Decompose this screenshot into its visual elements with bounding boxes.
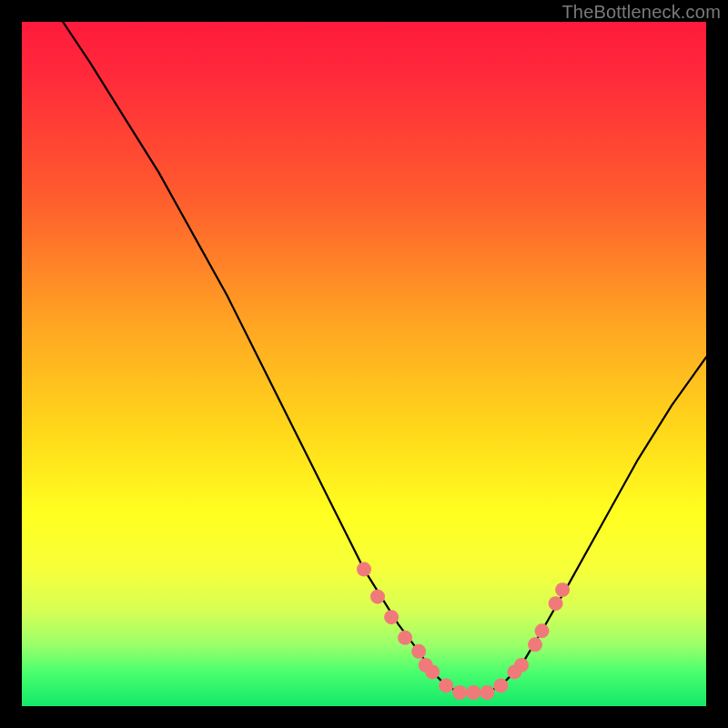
chart-gradient-background [22,22,706,706]
watermark-text: TheBottleneck.com [561,2,721,23]
chart-frame [22,22,706,706]
